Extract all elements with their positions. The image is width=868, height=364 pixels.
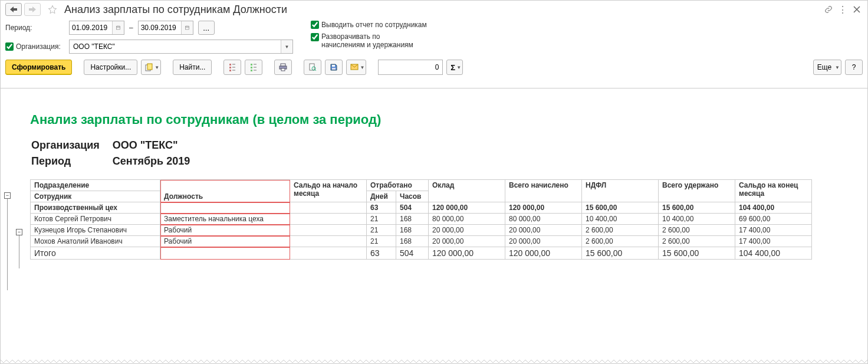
group-saldo-start [290, 202, 367, 214]
row-withheld: 2 600,00 [659, 225, 735, 236]
group-days: 63 [367, 202, 396, 214]
group-withheld: 15 600,00 [659, 202, 735, 214]
chevron-down-icon: ▼ [285, 44, 290, 50]
svg-rect-4 [185, 27, 189, 29]
col-accrued: Всего начислено [505, 180, 582, 202]
chevron-down-icon: ▼ [154, 65, 159, 70]
row-salary: 20 000,00 [429, 225, 505, 236]
favorite-star-icon[interactable] [47, 4, 58, 15]
date-from-input[interactable] [70, 24, 112, 32]
col-subdivision: Подразделение [31, 180, 160, 191]
outline-toggle-level2[interactable]: − [16, 229, 22, 235]
row-saldo-end: 17 400,00 [735, 236, 812, 247]
collapse-icon [249, 63, 258, 71]
more-button[interactable]: Еще ▼ [813, 60, 841, 75]
date-to-field[interactable] [138, 21, 193, 35]
svg-rect-29 [332, 68, 336, 70]
back-button[interactable] [5, 3, 22, 16]
svg-line-27 [315, 70, 316, 71]
generate-button[interactable]: Сформировать [5, 60, 72, 75]
date-from-field[interactable] [69, 21, 124, 35]
org-filter-checkbox[interactable]: Организация: [5, 42, 64, 51]
total-saldo-end: 104 400,00 [735, 247, 812, 260]
kebab-menu-icon[interactable]: ⋮ [837, 4, 849, 15]
report-area: − − Анализ зарплаты по сотрудникам (в це… [1, 88, 867, 363]
sum-input[interactable] [379, 63, 442, 71]
period-ellipsis-button[interactable]: ... [198, 21, 215, 35]
by-employees-checkbox[interactable]: Выводить отчет по сотрудникам [311, 21, 427, 29]
close-icon[interactable] [851, 4, 863, 15]
date-to-calendar-button[interactable] [181, 21, 193, 34]
preview-button[interactable] [304, 60, 321, 75]
date-to-input[interactable] [139, 24, 181, 32]
send-button[interactable]: ▼ [346, 60, 366, 75]
total-hours: 504 [396, 247, 429, 260]
find-button[interactable]: Найти... [173, 60, 212, 75]
report-table: Подразделение Должность Сальдо на начало… [30, 179, 812, 260]
org-input[interactable] [70, 42, 281, 51]
date-from-calendar-button[interactable] [112, 21, 124, 34]
row-salary: 80 000,00 [429, 214, 505, 225]
sum-field[interactable] [378, 60, 443, 75]
variants-button[interactable]: ▼ [141, 60, 161, 75]
by-employees-checkbox-input[interactable] [311, 21, 319, 29]
org-dropdown-button[interactable]: ▼ [281, 40, 292, 53]
save-button[interactable] [325, 60, 343, 75]
sigma-button[interactable]: Σ ▼ [446, 60, 463, 75]
total-salary: 120 000,00 [429, 247, 505, 260]
meta-org-label: Организация [31, 138, 111, 153]
total-withheld: 15 600,00 [659, 247, 735, 260]
table-row: Котов Сергей ПетровичЗаместитель начальн… [31, 214, 812, 225]
table-row: Кузнецов Игорь СтепановичРабочий2116820 … [31, 225, 812, 236]
calendar-icon [116, 24, 120, 31]
chevron-down-icon: ▼ [835, 65, 840, 70]
period-label: Период: [5, 21, 64, 35]
col-ndfl: НДФЛ [582, 180, 659, 202]
svg-rect-16 [251, 64, 252, 65]
row-saldo-start [290, 236, 367, 247]
variants-icon [145, 63, 153, 71]
org-checkbox-label: Организация: [16, 42, 61, 51]
row-saldo-start [290, 214, 367, 225]
arrow-right-icon [29, 6, 36, 12]
expand-checkbox-input[interactable] [311, 33, 319, 41]
svg-rect-18 [251, 70, 252, 71]
row-position: Заместитель начальника цеха [160, 214, 290, 225]
svg-rect-12 [229, 70, 231, 71]
print-button[interactable] [274, 60, 292, 75]
svg-rect-17 [251, 67, 252, 68]
collapse-tree-button[interactable] [245, 60, 262, 75]
calendar-icon [185, 24, 189, 31]
svg-rect-22 [281, 64, 285, 66]
col-employee: Сотрудник [31, 191, 160, 202]
row-withheld: 2 600,00 [659, 236, 735, 247]
row-accrued: 20 000,00 [505, 236, 582, 247]
group-hours: 504 [396, 202, 429, 214]
row-withheld: 10 400,00 [659, 214, 735, 225]
group-saldo-end: 104 400,00 [735, 202, 812, 214]
settings-button[interactable]: Настройки... [84, 60, 137, 75]
date-separator: – [129, 24, 133, 32]
outline-toggle-level1[interactable]: − [4, 192, 11, 199]
row-salary: 20 000,00 [429, 236, 505, 247]
link-icon[interactable] [823, 4, 834, 15]
row-ndfl: 10 400,00 [582, 214, 659, 225]
org-checkbox-input[interactable] [5, 42, 14, 51]
help-button[interactable]: ? [845, 60, 863, 75]
expand-checkbox[interactable]: Разворачивать по начислениям и удержания… [311, 32, 427, 49]
org-field[interactable]: ▼ [69, 40, 293, 54]
col-withheld: Всего удержано [659, 180, 735, 202]
row-ndfl: 2 600,00 [582, 236, 659, 247]
col-saldo-start: Сальдо на начало месяца [290, 180, 367, 202]
group-ndfl: 15 600,00 [582, 202, 659, 214]
preview-icon [308, 63, 317, 71]
svg-rect-10 [229, 64, 231, 65]
by-employees-label: Выводить отчет по сотрудникам [321, 21, 427, 29]
expand-tree-button[interactable] [223, 60, 241, 75]
row-days: 21 [367, 225, 396, 236]
row-saldo-end: 17 400,00 [735, 225, 812, 236]
group-accrued: 120 000,00 [505, 202, 582, 214]
window-title: Анализ зарплаты по сотрудникам Должности [64, 4, 287, 16]
forward-button[interactable] [24, 3, 41, 16]
row-days: 21 [367, 236, 396, 247]
